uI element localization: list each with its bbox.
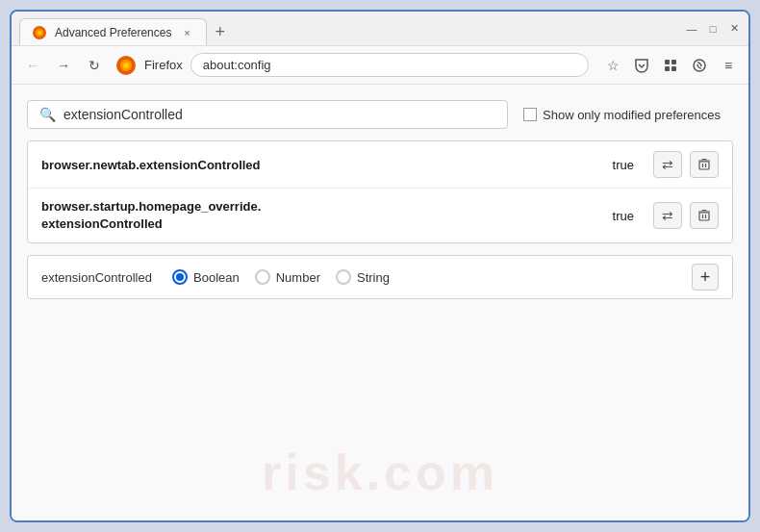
radio-string[interactable]: String xyxy=(336,269,390,285)
svg-point-5 xyxy=(123,63,129,68)
svg-rect-7 xyxy=(671,60,676,64)
radio-number-circle[interactable] xyxy=(255,269,270,285)
delete-button-1[interactable] xyxy=(690,151,719,178)
minimize-button[interactable]: — xyxy=(685,22,698,36)
search-input[interactable] xyxy=(63,107,495,122)
close-button[interactable]: ✕ xyxy=(727,22,741,36)
radio-boolean[interactable]: Boolean xyxy=(172,269,240,285)
address-text: about:config xyxy=(203,58,271,72)
window-controls: — □ ✕ xyxy=(685,22,741,36)
svg-rect-6 xyxy=(665,60,670,64)
maximize-button[interactable]: □ xyxy=(706,22,720,36)
pref-value-1: true xyxy=(613,158,634,172)
toggle-button-1[interactable]: ⇄ xyxy=(653,151,682,178)
tab-area: Advanced Preferences × + xyxy=(19,12,673,45)
show-modified-label: Show only modified preferences xyxy=(543,108,721,122)
content-area: risk.com 🔍 Show only modified preference… xyxy=(12,85,748,520)
pref-name-2: browser.startup.homepage_override. exten… xyxy=(41,198,605,233)
nav-icons: ☆ xyxy=(600,53,741,78)
svg-point-2 xyxy=(38,31,41,35)
back-button[interactable]: ← xyxy=(19,52,46,79)
search-row: 🔍 Show only modified preferences xyxy=(27,100,733,129)
radio-string-label: String xyxy=(357,270,390,285)
extensions-icon[interactable] xyxy=(658,53,683,78)
add-pref-button[interactable]: + xyxy=(692,264,719,291)
pocket-svg xyxy=(634,58,649,73)
radio-number[interactable]: Number xyxy=(255,269,320,285)
row-actions-1: ⇄ xyxy=(653,151,719,178)
pref-value-2: true xyxy=(613,209,634,223)
tab-title: Advanced Preferences xyxy=(55,26,171,39)
delete-icon-2 xyxy=(697,209,711,222)
pocket-icon[interactable] xyxy=(629,53,654,78)
forward-button[interactable]: → xyxy=(50,52,77,79)
bookmark-icon[interactable]: ☆ xyxy=(600,53,625,78)
show-modified-checkbox[interactable] xyxy=(523,108,537,121)
browser-brand: Firefox xyxy=(144,58,183,72)
tab-close-button[interactable]: × xyxy=(179,25,194,40)
address-bar[interactable]: about:config xyxy=(190,53,589,77)
svg-rect-8 xyxy=(665,66,670,71)
table-row: browser.startup.homepage_override. exten… xyxy=(28,189,732,242)
sync-svg xyxy=(692,58,707,73)
svg-rect-16 xyxy=(699,213,709,220)
radio-boolean-circle[interactable] xyxy=(172,269,188,285)
svg-rect-9 xyxy=(671,66,676,71)
title-bar: Advanced Preferences × + — □ ✕ xyxy=(12,12,748,46)
table-row: browser.newtab.extensionControlled true … xyxy=(28,141,732,189)
new-pref-name: extensionControlled xyxy=(41,270,157,285)
reload-button[interactable]: ↻ xyxy=(81,52,108,79)
menu-icon[interactable]: ≡ xyxy=(716,53,741,78)
browser-window: Advanced Preferences × + — □ ✕ ← → ↻ Fir… xyxy=(10,10,750,522)
add-pref-row: extensionControlled Boolean Number Strin… xyxy=(27,255,733,299)
search-icon: 🔍 xyxy=(39,107,56,122)
type-options: Boolean Number String xyxy=(172,269,676,285)
delete-icon-1 xyxy=(697,158,711,171)
ext-svg xyxy=(663,58,678,73)
radio-boolean-label: Boolean xyxy=(193,270,240,285)
radio-string-circle[interactable] xyxy=(336,269,351,285)
delete-button-2[interactable] xyxy=(690,202,719,229)
sync-icon[interactable] xyxy=(687,53,712,78)
new-tab-button[interactable]: + xyxy=(209,18,231,45)
toggle-button-2[interactable]: ⇄ xyxy=(653,202,682,229)
svg-rect-11 xyxy=(699,162,709,169)
row-actions-2: ⇄ xyxy=(653,202,719,229)
firefox-logo xyxy=(115,55,137,76)
show-modified-option: Show only modified preferences xyxy=(523,108,721,122)
watermark: risk.com xyxy=(262,443,498,501)
nav-bar: ← → ↻ Firefox about:config ☆ xyxy=(12,46,748,85)
tab-favicon xyxy=(32,25,47,40)
search-box[interactable]: 🔍 xyxy=(27,100,508,129)
radio-number-label: Number xyxy=(276,270,320,285)
results-table: browser.newtab.extensionControlled true … xyxy=(27,140,733,243)
svg-point-10 xyxy=(694,60,705,71)
pref-name-1: browser.newtab.extensionControlled xyxy=(41,158,605,172)
active-tab[interactable]: Advanced Preferences × xyxy=(19,18,207,45)
